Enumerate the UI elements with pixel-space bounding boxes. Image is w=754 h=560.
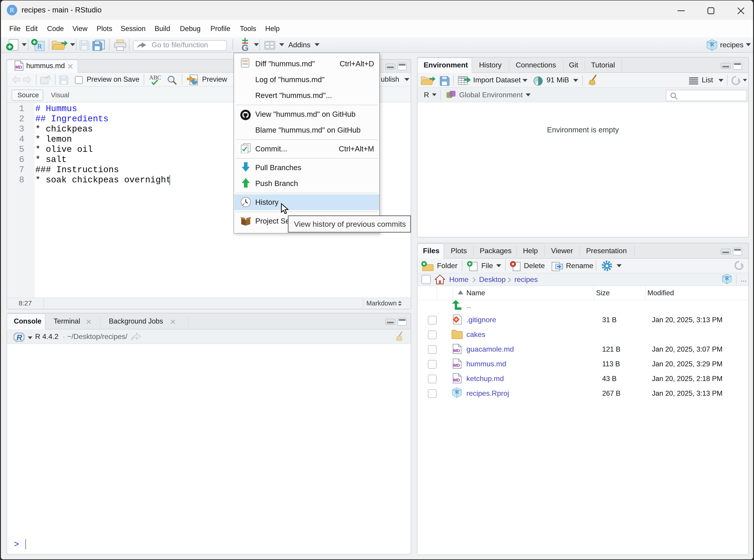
svg-text:MD: MD <box>453 378 460 382</box>
svg-text:R: R <box>455 388 459 395</box>
svg-text:R: R <box>37 42 42 50</box>
svg-text:R: R <box>710 40 714 47</box>
svg-text:ABC: ABC <box>149 75 161 81</box>
svg-text:MD: MD <box>453 348 460 353</box>
svg-text:R: R <box>10 6 14 14</box>
svg-text:R: R <box>17 333 22 342</box>
svg-text:MD: MD <box>15 65 22 69</box>
svg-text:MD: MD <box>453 363 460 368</box>
svg-text:R: R <box>725 275 729 281</box>
svg-text:G: G <box>241 43 249 52</box>
